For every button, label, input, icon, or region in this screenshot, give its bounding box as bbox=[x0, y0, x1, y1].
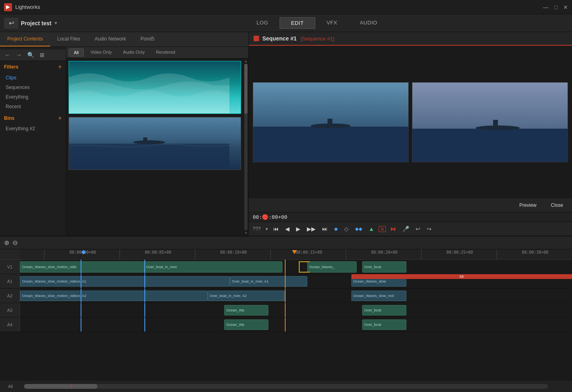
out-point-button[interactable]: ◆◆ bbox=[353, 225, 364, 233]
clip-track-a1-0[interactable]: Ocean_Waves_slow_motion_videvo, A1 bbox=[20, 276, 230, 287]
add-bin-button[interactable]: + bbox=[58, 115, 62, 122]
to-start-button[interactable]: ⏮ bbox=[271, 224, 281, 233]
zoom-in-button[interactable]: ⊕ bbox=[4, 239, 9, 247]
home-button[interactable]: ▲ bbox=[367, 224, 376, 233]
scroll-thumb[interactable] bbox=[244, 64, 247, 114]
sidebar-toolbar: ← → 🔍 ⊞ bbox=[0, 49, 66, 61]
track-content-a4: Ocean_WaOver_boat bbox=[20, 317, 572, 331]
clip-track-a2-1[interactable]: Over_boat_in_river, A2 bbox=[208, 291, 285, 301]
clip-label-track-v1-2: Ocean_Waves_ bbox=[309, 265, 335, 269]
add-filter-button[interactable]: + bbox=[58, 63, 62, 71]
close-button[interactable]: Close bbox=[548, 201, 566, 210]
zoom-out-button[interactable]: ⊖ bbox=[12, 239, 18, 247]
playhead-orange bbox=[285, 260, 286, 274]
mark-button[interactable]: ◇ bbox=[342, 224, 351, 233]
svg-point-4 bbox=[133, 140, 165, 144]
media-tab-all[interactable]: All bbox=[69, 48, 84, 57]
clip-track-a3-0[interactable]: Ocean_Wa bbox=[224, 305, 268, 315]
to-end-button[interactable]: ⏭ bbox=[320, 224, 330, 233]
clip-track-v1-1[interactable]: Over_boat_in_river bbox=[144, 261, 282, 273]
search-button[interactable]: 🔍 bbox=[26, 51, 36, 59]
back-nav-button[interactable]: ← bbox=[3, 51, 12, 59]
nav-tab-audio[interactable]: AUDIO bbox=[349, 17, 389, 29]
clip-track-v1-2[interactable]: Ocean_Waves_ bbox=[307, 261, 357, 273]
clip-track-a4-1[interactable]: Over_boat bbox=[362, 319, 406, 330]
bins-header: Bins + bbox=[0, 111, 66, 124]
media-filter-tabs: All Video Only Audio Only Rendered bbox=[66, 47, 248, 59]
ruler-mark-4: 00:00:20+00 bbox=[346, 249, 421, 259]
in-point-button[interactable]: ◆ bbox=[332, 225, 340, 233]
nav-tab-edit[interactable]: EDIT bbox=[280, 17, 316, 29]
panel-tabs: Project Contents Local Files Audio Netwo… bbox=[0, 32, 248, 47]
media-tab-rendered[interactable]: Rendered bbox=[151, 48, 180, 57]
timeline-toolbar: ⊕ ⊖ bbox=[0, 236, 572, 249]
all-label: All bbox=[8, 384, 13, 389]
prev-frame-button[interactable]: ◀ bbox=[283, 224, 292, 233]
filter-item-recent[interactable]: Recent bbox=[0, 102, 66, 111]
ocean-wave-svg bbox=[69, 61, 241, 113]
ruler-marks: 00:00:00+0000:00:05+0000:00:10+0000:00:1… bbox=[44, 249, 572, 259]
filter-item-sequences[interactable]: Sequences bbox=[0, 83, 66, 92]
tab-project-contents[interactable]: Project Contents bbox=[0, 32, 50, 46]
preview-area bbox=[249, 46, 572, 198]
ruler-orange-marker bbox=[292, 250, 297, 254]
undo-button[interactable]: ↩ bbox=[414, 224, 422, 233]
nav-tabs: LOG EDIT VFX AUDIO bbox=[245, 17, 389, 29]
timecode-value: 00: bbox=[253, 214, 262, 220]
tab-local-files[interactable]: Local Files bbox=[50, 32, 87, 46]
overwrite-button[interactable]: ⊞ bbox=[379, 226, 386, 232]
bin-item-everything2[interactable]: Everything #2 bbox=[0, 124, 66, 133]
clip-track-v1-3[interactable]: Over_boat bbox=[362, 261, 406, 273]
clip-track-a2-2[interactable]: Ocean_Waves_slow_mot bbox=[351, 291, 407, 301]
ruler-mark-6: 00:00:30+00 bbox=[497, 249, 572, 259]
filter-item-clips[interactable]: Clips bbox=[0, 73, 66, 83]
clip-track-a4-0[interactable]: Ocean_Wa bbox=[224, 319, 268, 330]
clip-label-track-v1-1: Over_boat_in_river bbox=[146, 265, 177, 269]
left-panel: Project Contents Local Files Audio Netwo… bbox=[0, 32, 249, 236]
main-area: Project Contents Local Files Audio Netwo… bbox=[0, 32, 572, 236]
scrollbar[interactable]: ▲ ▼ bbox=[243, 59, 248, 236]
ruler-mark-2: 00:00:10+00 bbox=[195, 249, 270, 259]
close-button[interactable]: ✕ bbox=[563, 4, 568, 10]
clip-track-a3-1[interactable]: Over_boat bbox=[362, 305, 406, 315]
media-tab-video-only[interactable]: Video Only bbox=[85, 48, 117, 57]
preview-button[interactable]: Preview bbox=[516, 201, 540, 210]
maximize-button[interactable]: □ bbox=[554, 4, 558, 10]
sequence-header: Sequence #1 [Sequence #1] bbox=[249, 32, 572, 46]
mic-button[interactable]: 🎤 bbox=[400, 224, 411, 233]
clip-ocean-waves[interactable]: Ocean_Waves_slow_motion_videvo bbox=[69, 61, 241, 114]
scroll-track[interactable] bbox=[244, 64, 247, 230]
svg-rect-8 bbox=[253, 127, 408, 162]
nav-tab-log[interactable]: LOG bbox=[245, 17, 280, 29]
clip-label-track-a1-0: Ocean_Waves_slow_motion_videvo, A1 bbox=[22, 279, 86, 283]
tab-pond5[interactable]: Pond5 bbox=[133, 32, 162, 46]
minimize-button[interactable]: — bbox=[543, 4, 549, 10]
clip-track-v1-0[interactable]: Ocean_Waves_slow_motion_vide bbox=[20, 261, 144, 273]
filter-item-everything[interactable]: Everything bbox=[0, 92, 66, 102]
tab-audio-network[interactable]: Audio Network bbox=[87, 32, 133, 46]
project-dropdown-arrow[interactable]: ▼ bbox=[54, 21, 58, 25]
clip-track-a2-0[interactable]: Ocean_Waves_slow_motion_videvo, A2 bbox=[20, 291, 208, 301]
timeline-scroll-thumb[interactable] bbox=[24, 384, 97, 389]
scroll-down-arrow[interactable]: ▼ bbox=[244, 231, 247, 235]
clip-label-track-v1-0: Ocean_Waves_slow_motion_vide bbox=[22, 265, 76, 269]
play-button[interactable]: ▶ bbox=[294, 224, 302, 233]
track-label-a4: A4 bbox=[0, 317, 20, 331]
forward-nav-button[interactable]: → bbox=[14, 51, 23, 59]
transport-dropdown[interactable]: ▼ bbox=[265, 227, 269, 231]
nav-tab-vfx[interactable]: VFX bbox=[315, 17, 349, 29]
ripple-button[interactable]: ⧓ bbox=[388, 224, 398, 233]
clip-label-track-a1-2: Ocean_Waves_slow bbox=[353, 279, 386, 283]
clip-over-boat[interactable]: Over_boat_in_river bbox=[69, 117, 241, 170]
media-tab-audio-only[interactable]: Audio Only bbox=[118, 48, 150, 57]
playhead-blue2 bbox=[144, 303, 145, 317]
preview-controls: Preview Close bbox=[249, 198, 572, 212]
project-name: Project test bbox=[21, 20, 51, 26]
redo-button[interactable]: ↪ bbox=[425, 224, 434, 233]
scroll-up-arrow[interactable]: ▲ bbox=[244, 59, 247, 63]
back-button[interactable]: ↩ bbox=[4, 18, 18, 29]
next-frame-button[interactable]: ▶▶ bbox=[305, 224, 318, 233]
grid-view-button[interactable]: ⊞ bbox=[38, 51, 46, 59]
clip-track-a1-1[interactable]: Over_boat_in_river, A1 bbox=[230, 276, 307, 287]
timeline-scroll-track[interactable] bbox=[24, 384, 548, 389]
